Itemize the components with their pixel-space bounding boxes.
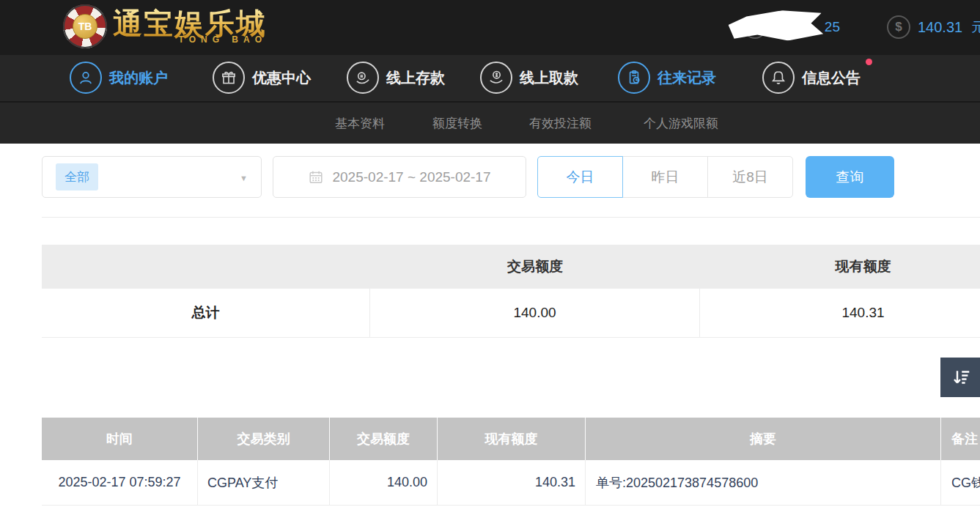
record-balance: 140.31 — [438, 460, 586, 505]
nav-item-transaction-records[interactable]: 往来记录 — [618, 62, 716, 94]
subnav-quota-transfer[interactable]: 额度转换 — [432, 115, 482, 132]
records-header-summary: 摘要 — [586, 418, 941, 460]
sub-navigation: 基本资料 额度转换 有效投注额 个人游戏限额 — [0, 101, 980, 144]
quick-last8days-button[interactable]: 近8日 — [707, 156, 793, 198]
summary-header-empty — [42, 245, 370, 289]
record-time: 2025-02-17 07:59:27 — [42, 460, 198, 505]
sort-descending-button[interactable] — [940, 358, 980, 397]
records-icon — [618, 62, 650, 94]
records-header-row: 时间 交易类别 交易额度 现有额度 摘要 备注 — [42, 418, 980, 460]
withdraw-icon — [480, 62, 512, 94]
subnav-basic-info[interactable]: 基本资料 — [335, 115, 385, 132]
sort-descending-icon — [950, 366, 972, 388]
record-type: CGPAY支付 — [198, 460, 330, 505]
summary-total-balance: 140.31 — [700, 289, 980, 337]
balance-amount: 140.31 — [918, 19, 962, 36]
topbar: TB 通宝娱乐城 TONG BAO 25 $ 140.31 元 — [0, 0, 980, 55]
nav-item-online-withdraw[interactable]: 线上取款 — [480, 62, 578, 94]
horizontal-divider — [42, 217, 980, 218]
dollar-icon: $ — [887, 15, 910, 39]
query-button[interactable]: 查询 — [806, 156, 894, 198]
subnav-personal-game-limit[interactable]: 个人游戏限额 — [644, 115, 718, 132]
quick-today-button[interactable]: 今日 — [537, 156, 623, 198]
chip-monogram: TB — [73, 14, 97, 39]
summary-header-balance: 现有额度 — [700, 245, 980, 289]
summary-header-amount: 交易额度 — [370, 245, 700, 289]
record-remark: CG钱包 — [941, 460, 980, 505]
records-header-amount: 交易额度 — [330, 418, 438, 460]
record-summary: 单号:202502173874578600 — [586, 460, 941, 505]
records-header-balance: 现有额度 — [438, 418, 586, 460]
summary-header-row: 交易额度 现有额度 — [42, 245, 980, 289]
deposit-icon — [347, 62, 379, 94]
nav-item-my-account[interactable]: 我的账户 — [70, 62, 168, 94]
nav-item-online-deposit[interactable]: 线上存款 — [347, 62, 445, 94]
nav-item-announcements[interactable]: 信息公告 — [762, 62, 861, 94]
subnav-valid-bets[interactable]: 有效投注额 — [529, 115, 592, 132]
nav-item-promotions[interactable]: 优惠中心 — [213, 62, 311, 94]
page: TB 通宝娱乐城 TONG BAO 25 $ 140.31 元 — [0, 0, 980, 518]
brand-logo[interactable]: TB 通宝娱乐城 TONG BAO — [63, 4, 267, 48]
calendar-icon — [308, 169, 324, 185]
type-select[interactable]: 全部 ▼ — [42, 156, 262, 198]
notification-dot — [866, 59, 872, 65]
main-navigation: 我的账户 优惠中心 线上存款 — [0, 55, 980, 101]
records-header-remark: 备注 — [941, 418, 980, 460]
casino-chip-icon: TB — [63, 4, 107, 48]
summary-table: 交易额度 现有额度 总计 140.00 140.31 — [42, 245, 980, 338]
username-masked: 25 — [773, 15, 840, 39]
brand-text: 通宝娱乐城 TONG BAO — [113, 8, 267, 45]
records-row: 2025-02-17 07:59:27 CGPAY支付 140.00 140.3… — [42, 460, 980, 506]
date-range-input[interactable]: 2025-02-17 ~ 2025-02-17 — [273, 156, 526, 198]
username-visible-suffix: 25 — [825, 19, 840, 35]
brand-name-en: TONG BAO — [179, 34, 267, 45]
bell-icon — [762, 62, 795, 94]
balance-display[interactable]: $ 140.31 元 — [887, 15, 980, 39]
records-header-type: 交易类别 — [198, 418, 330, 460]
records-header-time: 时间 — [42, 418, 198, 460]
summary-total-label: 总计 — [42, 289, 370, 337]
summary-total-amount: 140.00 — [370, 289, 700, 337]
balance-currency: 元 — [971, 18, 980, 36]
date-range-value: 2025-02-17 ~ 2025-02-17 — [332, 169, 490, 185]
records-table: 时间 交易类别 交易额度 现有额度 摘要 备注 2025-02-17 07:59… — [42, 418, 980, 506]
account-info[interactable]: 25 — [743, 15, 840, 39]
redaction-scribble — [727, 7, 823, 46]
gift-icon — [213, 62, 245, 94]
dropdown-caret-icon: ▼ — [240, 174, 248, 182]
quick-date-buttons: 今日 昨日 近8日 — [537, 156, 793, 198]
summary-total-row: 总计 140.00 140.31 — [42, 289, 980, 338]
record-amount: 140.00 — [330, 460, 438, 505]
type-selected-tag: 全部 — [56, 163, 98, 190]
quick-yesterday-button[interactable]: 昨日 — [622, 156, 708, 198]
user-icon — [70, 62, 102, 94]
